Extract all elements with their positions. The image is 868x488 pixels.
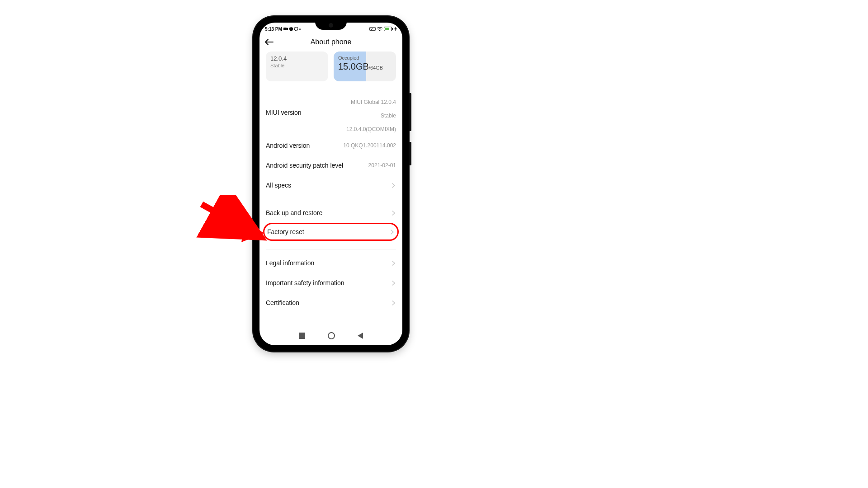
android-nav-bar bbox=[259, 329, 402, 343]
svg-line-6 bbox=[202, 204, 250, 231]
svg-rect-0 bbox=[283, 28, 287, 30]
row-label: MIUI version bbox=[266, 109, 302, 116]
power-button bbox=[409, 142, 411, 165]
charging-icon bbox=[394, 27, 397, 31]
location-icon bbox=[294, 27, 298, 31]
svg-rect-1 bbox=[370, 28, 376, 31]
chevron-right-icon bbox=[391, 300, 396, 305]
row-miui-version[interactable]: MIUI version MIUI Global 12.0.4 Stable 1… bbox=[266, 89, 396, 136]
row-android-version[interactable]: Android version 10 QKQ1.200114.002 bbox=[266, 136, 396, 155]
storage-total: /64GB bbox=[369, 65, 383, 70]
row-label: Important safety information bbox=[266, 279, 344, 286]
back-button[interactable] bbox=[264, 37, 274, 47]
row-label: Android version bbox=[266, 142, 310, 149]
storage-used: 15.0GB bbox=[338, 61, 369, 71]
battery-icon bbox=[384, 27, 393, 31]
chevron-right-icon bbox=[389, 230, 395, 235]
svg-rect-5 bbox=[385, 28, 389, 30]
row-value: 10 QKQ1.200114.002 bbox=[343, 142, 396, 149]
row-value: MIUI Global 12.0.4 Stable 12.0.4.0(QCOMI… bbox=[346, 92, 396, 133]
row-backup-restore[interactable]: Back up and restore bbox=[266, 203, 396, 223]
row-legal-info[interactable]: Legal information bbox=[266, 253, 396, 273]
chevron-right-icon bbox=[391, 183, 396, 188]
status-time: 5:13 PM bbox=[265, 27, 282, 32]
wifi-icon bbox=[377, 27, 382, 31]
row-security-patch[interactable]: Android security patch level 2021-02-01 bbox=[266, 155, 396, 175]
miui-line3: 12.0.4.0(QCOMIXM) bbox=[346, 126, 396, 132]
nav-home[interactable] bbox=[328, 332, 335, 339]
content: 12.0.4 Stable Occupied 15.0GB/64GB MIUI … bbox=[259, 52, 402, 313]
chevron-right-icon bbox=[391, 211, 396, 216]
chevron-right-icon bbox=[391, 281, 396, 286]
version-number: 12.0.4 bbox=[270, 55, 324, 62]
back-arrow-icon bbox=[264, 39, 274, 45]
row-label: All specs bbox=[266, 182, 291, 189]
phone-frame: 5:13 PM bbox=[253, 16, 409, 352]
info-cards: 12.0.4 Stable Occupied 15.0GB/64GB bbox=[266, 52, 396, 81]
storage-label: Occupied bbox=[338, 55, 392, 61]
miui-line2: Stable bbox=[381, 113, 396, 119]
row-factory-reset[interactable]: Factory reset bbox=[267, 225, 395, 239]
svg-point-2 bbox=[379, 30, 380, 31]
section-divider bbox=[266, 249, 396, 249]
section-divider bbox=[266, 199, 396, 199]
row-label: Certification bbox=[266, 299, 299, 306]
row-label: Legal information bbox=[266, 259, 314, 267]
row-label: Factory reset bbox=[267, 228, 304, 235]
miui-version-card[interactable]: 12.0.4 Stable bbox=[266, 52, 328, 81]
shield-icon bbox=[289, 27, 293, 31]
version-channel: Stable bbox=[270, 63, 324, 68]
display-notch bbox=[315, 23, 347, 30]
row-label: Back up and restore bbox=[266, 209, 322, 216]
nav-back[interactable] bbox=[358, 333, 363, 339]
row-all-specs[interactable]: All specs bbox=[266, 175, 396, 195]
title-bar: About phone bbox=[259, 33, 402, 51]
miui-line1: MIUI Global 12.0.4 bbox=[351, 99, 396, 105]
row-label: Android security patch level bbox=[266, 162, 343, 169]
nav-recent-apps[interactable] bbox=[299, 333, 305, 339]
chevron-right-icon bbox=[391, 261, 396, 266]
row-certification[interactable]: Certification bbox=[266, 293, 396, 313]
storage-card[interactable]: Occupied 15.0GB/64GB bbox=[334, 52, 396, 81]
storage-value: 15.0GB/64GB bbox=[338, 61, 392, 72]
phone-screen: 5:13 PM bbox=[259, 23, 402, 345]
row-value: 2021-02-01 bbox=[368, 162, 396, 169]
camera-recording-icon bbox=[283, 27, 288, 31]
page-title: About phone bbox=[311, 38, 352, 46]
volume-buttons bbox=[409, 93, 411, 131]
more-notifications-dot bbox=[299, 28, 301, 30]
volte-icon bbox=[369, 27, 376, 31]
row-safety-info[interactable]: Important safety information bbox=[266, 273, 396, 293]
annotation-highlight: Factory reset bbox=[263, 223, 399, 241]
svg-rect-4 bbox=[392, 28, 393, 30]
